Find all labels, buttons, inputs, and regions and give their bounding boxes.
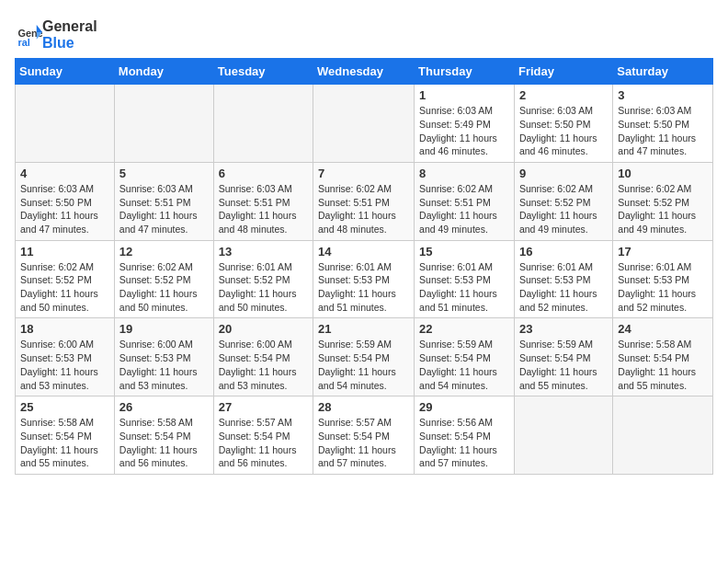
logo-line1: General xyxy=(42,18,97,35)
day-info: Sunrise: 6:03 AMSunset: 5:50 PMDaylight:… xyxy=(20,182,109,236)
calendar-cell: 26Sunrise: 5:58 AMSunset: 5:54 PMDayligh… xyxy=(114,396,213,475)
day-number: 9 xyxy=(519,167,608,180)
calendar-cell: 17Sunrise: 6:01 AMSunset: 5:53 PMDayligh… xyxy=(613,240,713,318)
day-number: 5 xyxy=(119,167,209,180)
day-header-saturday: Saturday xyxy=(613,59,713,85)
calendar-cell: 27Sunrise: 5:57 AMSunset: 5:54 PMDayligh… xyxy=(213,396,313,475)
calendar-cell: 15Sunrise: 6:01 AMSunset: 5:53 PMDayligh… xyxy=(415,240,515,318)
day-info: Sunrise: 6:02 AMSunset: 5:52 PMDaylight:… xyxy=(20,260,109,315)
calendar-cell: 22Sunrise: 5:59 AMSunset: 5:54 PMDayligh… xyxy=(415,318,515,396)
day-number: 2 xyxy=(519,88,608,102)
day-info: Sunrise: 5:59 AMSunset: 5:54 PMDaylight:… xyxy=(419,338,509,392)
calendar-cell: 29Sunrise: 5:56 AMSunset: 5:54 PMDayligh… xyxy=(415,396,515,475)
day-number: 29 xyxy=(419,400,509,414)
calendar-cell: 18Sunrise: 6:00 AMSunset: 5:53 PMDayligh… xyxy=(16,318,115,396)
calendar-cell: 7Sunrise: 6:02 AMSunset: 5:51 PMDaylight… xyxy=(313,162,415,240)
calendar-cell xyxy=(613,396,713,475)
day-info: Sunrise: 6:01 AMSunset: 5:53 PMDaylight:… xyxy=(419,260,509,315)
calendar-cell: 13Sunrise: 6:01 AMSunset: 5:52 PMDayligh… xyxy=(213,240,313,318)
day-info: Sunrise: 6:02 AMSunset: 5:52 PMDaylight:… xyxy=(618,182,708,236)
day-number: 12 xyxy=(119,245,209,259)
day-header-thursday: Thursday xyxy=(415,59,515,85)
calendar-cell: 19Sunrise: 6:00 AMSunset: 5:53 PMDayligh… xyxy=(114,318,213,396)
day-header-wednesday: Wednesday xyxy=(313,59,415,85)
day-number: 11 xyxy=(20,245,109,259)
day-info: Sunrise: 5:57 AMSunset: 5:54 PMDaylight:… xyxy=(318,416,409,470)
day-number: 26 xyxy=(119,400,209,414)
day-header-tuesday: Tuesday xyxy=(213,59,313,85)
day-info: Sunrise: 6:03 AMSunset: 5:51 PMDaylight:… xyxy=(219,182,308,236)
day-number: 1 xyxy=(419,88,509,102)
day-info: Sunrise: 6:02 AMSunset: 5:52 PMDaylight:… xyxy=(119,260,209,315)
day-info: Sunrise: 6:00 AMSunset: 5:53 PMDaylight:… xyxy=(119,338,209,392)
day-info: Sunrise: 5:59 AMSunset: 5:54 PMDaylight:… xyxy=(519,338,608,392)
calendar-cell: 1Sunrise: 6:03 AMSunset: 5:49 PMDaylight… xyxy=(415,85,515,163)
day-header-friday: Friday xyxy=(514,59,612,85)
day-number: 4 xyxy=(20,167,109,180)
calendar-cell xyxy=(213,85,313,163)
day-number: 22 xyxy=(419,322,509,336)
day-number: 23 xyxy=(519,322,608,336)
day-number: 24 xyxy=(618,322,708,336)
day-number: 3 xyxy=(618,88,708,102)
day-header-monday: Monday xyxy=(114,59,213,85)
day-info: Sunrise: 6:03 AMSunset: 5:51 PMDaylight:… xyxy=(119,182,209,236)
day-info: Sunrise: 6:01 AMSunset: 5:53 PMDaylight:… xyxy=(519,260,608,315)
svg-text:ral: ral xyxy=(18,37,30,48)
logo-line2: Blue xyxy=(42,35,97,52)
calendar-cell: 12Sunrise: 6:02 AMSunset: 5:52 PMDayligh… xyxy=(114,240,213,318)
day-number: 25 xyxy=(20,400,109,414)
day-info: Sunrise: 5:57 AMSunset: 5:54 PMDaylight:… xyxy=(219,416,308,470)
calendar-table: SundayMondayTuesdayWednesdayThursdayFrid… xyxy=(15,58,713,475)
day-info: Sunrise: 6:01 AMSunset: 5:52 PMDaylight:… xyxy=(219,260,308,315)
day-number: 7 xyxy=(318,167,409,180)
day-number: 16 xyxy=(519,245,608,259)
day-info: Sunrise: 6:02 AMSunset: 5:51 PMDaylight:… xyxy=(318,182,409,236)
logo: Gene ral General Blue xyxy=(15,18,97,51)
day-info: Sunrise: 5:58 AMSunset: 5:54 PMDaylight:… xyxy=(618,338,708,392)
calendar-cell: 14Sunrise: 6:01 AMSunset: 5:53 PMDayligh… xyxy=(313,240,415,318)
day-number: 15 xyxy=(419,245,509,259)
day-info: Sunrise: 6:03 AMSunset: 5:50 PMDaylight:… xyxy=(618,104,708,158)
day-info: Sunrise: 5:58 AMSunset: 5:54 PMDaylight:… xyxy=(119,416,209,470)
day-number: 21 xyxy=(318,322,409,336)
day-header-sunday: Sunday xyxy=(16,59,115,85)
day-info: Sunrise: 5:59 AMSunset: 5:54 PMDaylight:… xyxy=(318,338,409,392)
day-info: Sunrise: 6:02 AMSunset: 5:51 PMDaylight:… xyxy=(419,182,509,236)
day-number: 19 xyxy=(119,322,209,336)
day-info: Sunrise: 6:01 AMSunset: 5:53 PMDaylight:… xyxy=(618,260,708,315)
day-number: 27 xyxy=(219,400,308,414)
calendar-cell: 5Sunrise: 6:03 AMSunset: 5:51 PMDaylight… xyxy=(114,162,213,240)
calendar-cell xyxy=(514,396,612,475)
calendar-cell: 8Sunrise: 6:02 AMSunset: 5:51 PMDaylight… xyxy=(415,162,515,240)
calendar-cell: 25Sunrise: 5:58 AMSunset: 5:54 PMDayligh… xyxy=(16,396,115,475)
day-number: 20 xyxy=(219,322,308,336)
day-info: Sunrise: 6:00 AMSunset: 5:53 PMDaylight:… xyxy=(20,338,109,392)
calendar-cell: 3Sunrise: 6:03 AMSunset: 5:50 PMDaylight… xyxy=(613,85,713,163)
calendar-cell: 20Sunrise: 6:00 AMSunset: 5:54 PMDayligh… xyxy=(213,318,313,396)
day-number: 14 xyxy=(318,245,409,259)
day-info: Sunrise: 6:02 AMSunset: 5:52 PMDaylight:… xyxy=(519,182,608,236)
calendar-cell: 23Sunrise: 5:59 AMSunset: 5:54 PMDayligh… xyxy=(514,318,612,396)
calendar-cell: 28Sunrise: 5:57 AMSunset: 5:54 PMDayligh… xyxy=(313,396,415,475)
calendar-cell: 10Sunrise: 6:02 AMSunset: 5:52 PMDayligh… xyxy=(613,162,713,240)
calendar-cell xyxy=(16,85,115,163)
calendar-cell xyxy=(313,85,415,163)
calendar-cell: 24Sunrise: 5:58 AMSunset: 5:54 PMDayligh… xyxy=(613,318,713,396)
calendar-cell: 9Sunrise: 6:02 AMSunset: 5:52 PMDaylight… xyxy=(514,162,612,240)
day-info: Sunrise: 6:03 AMSunset: 5:49 PMDaylight:… xyxy=(419,104,509,158)
day-number: 13 xyxy=(219,245,308,259)
calendar-cell: 21Sunrise: 5:59 AMSunset: 5:54 PMDayligh… xyxy=(313,318,415,396)
day-number: 28 xyxy=(318,400,409,414)
day-info: Sunrise: 6:01 AMSunset: 5:53 PMDaylight:… xyxy=(318,260,409,315)
calendar-cell: 16Sunrise: 6:01 AMSunset: 5:53 PMDayligh… xyxy=(514,240,612,318)
day-number: 8 xyxy=(419,167,509,180)
calendar-cell: 4Sunrise: 6:03 AMSunset: 5:50 PMDaylight… xyxy=(16,162,115,240)
day-info: Sunrise: 5:58 AMSunset: 5:54 PMDaylight:… xyxy=(20,416,109,470)
day-info: Sunrise: 5:56 AMSunset: 5:54 PMDaylight:… xyxy=(419,416,509,470)
day-number: 17 xyxy=(618,245,708,259)
day-number: 10 xyxy=(618,167,708,180)
day-number: 18 xyxy=(20,322,109,336)
calendar-cell: 11Sunrise: 6:02 AMSunset: 5:52 PMDayligh… xyxy=(16,240,115,318)
day-info: Sunrise: 6:00 AMSunset: 5:54 PMDaylight:… xyxy=(219,338,308,392)
